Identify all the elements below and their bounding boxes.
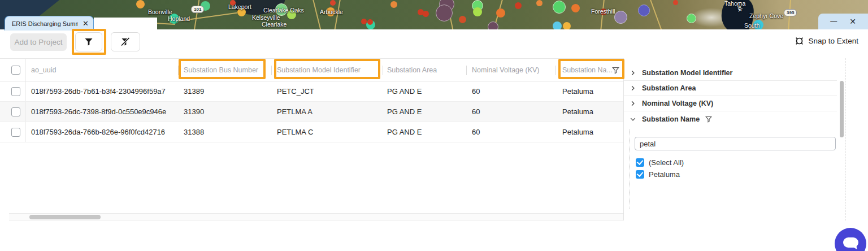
- snap-to-extent-button[interactable]: Snap to Extent: [795, 36, 858, 46]
- map-marker: [436, 5, 453, 21]
- map-road: [193, 0, 200, 29]
- map-place-label: Foresthill: [591, 8, 615, 15]
- column-filter-active-icon[interactable]: [612, 59, 619, 82]
- map-marker: [614, 11, 627, 24]
- column-header-bus-number[interactable]: Substation Bus Number: [184, 59, 258, 82]
- map-marker: [330, 0, 336, 6]
- row-checkbox[interactable]: [11, 107, 20, 116]
- checked-checkbox-icon[interactable]: [636, 158, 644, 167]
- cell-area: PG AND E: [387, 102, 422, 122]
- filter-section-voltage[interactable]: Nominal Voltage (KV): [624, 96, 837, 111]
- column-separator: [25, 102, 26, 122]
- header-separator[interactable]: [178, 66, 179, 75]
- column-separator: [25, 59, 26, 81]
- cell-bus-number: 31388: [184, 122, 204, 142]
- filter-section-label: Substation Area: [642, 84, 696, 92]
- map-place-label: Arbuckle: [320, 8, 343, 15]
- map-place-label: Boonville: [148, 8, 172, 15]
- add-to-project-button[interactable]: Add to Project: [10, 33, 67, 51]
- map-marker: [390, 1, 397, 8]
- cell-model-identifier: PETLMA C: [277, 122, 313, 142]
- map-marker: [687, 14, 696, 23]
- close-icon[interactable]: ✕: [849, 18, 856, 25]
- filter-section-area[interactable]: Substation Area: [624, 81, 837, 96]
- filter-section-name[interactable]: Substation Name: [624, 111, 837, 127]
- map-marker: [638, 5, 650, 16]
- funnel-small-icon: [705, 116, 712, 123]
- row-checkbox[interactable]: [11, 87, 20, 96]
- cell-area: PG AND E: [387, 122, 422, 142]
- filter-option-petaluma[interactable]: Petaluma: [636, 170, 680, 179]
- filter-section-label: Substation Model Identifier: [642, 69, 732, 77]
- map-place-label: Lakeport: [228, 3, 251, 10]
- column-header-area[interactable]: Substation Area: [387, 59, 437, 82]
- column-header-model-identifier[interactable]: Substation Model Identifier: [277, 59, 361, 82]
- filter-option-select-all[interactable]: (Select All): [636, 158, 684, 167]
- map-marker: [563, 22, 571, 29]
- column-header-ao-uuid[interactable]: ao_uuid: [31, 59, 57, 82]
- map-marker: [673, 0, 678, 5]
- app-window: BoonvilleHoplandLakeportKelseyvilleClear…: [0, 0, 868, 251]
- cell-voltage: 60: [472, 102, 480, 122]
- table-panel: Add to Project: [0, 29, 868, 251]
- map-marker: [459, 16, 466, 23]
- column-separator: [25, 122, 26, 142]
- chat-bubble-icon: [843, 237, 858, 248]
- tab-close-icon[interactable]: ✕: [83, 20, 89, 27]
- minimize-icon[interactable]: —: [830, 18, 837, 25]
- header-separator[interactable]: [555, 66, 555, 75]
- funnel-slash-icon: [120, 37, 131, 47]
- table-row[interactable]: 018f7593-26dc-7398-8f9d-0c550e9c946e 313…: [0, 102, 623, 122]
- header-separator[interactable]: [271, 66, 272, 75]
- chevron-right-icon: [630, 100, 636, 107]
- map-place-label: Clearlake: [262, 21, 287, 28]
- clear-filter-button[interactable]: [111, 32, 140, 51]
- column-header-voltage[interactable]: Nominal Voltage (KV): [472, 59, 540, 82]
- table-row[interactable]: 018f7593-26db-7b61-b3f4-2304996f59a7 313…: [0, 81, 623, 102]
- horizontal-scrollbar[interactable]: [9, 213, 623, 220]
- map-marker: [473, 7, 482, 16]
- document-tab-title: ERIS Discharging Summer ...: [12, 20, 78, 27]
- column-header-name[interactable]: Substation Na...: [562, 59, 613, 82]
- highway-shield: 395: [784, 9, 797, 16]
- map-marker: [496, 8, 505, 18]
- cell-voltage: 60: [472, 81, 480, 102]
- chevron-down-icon: [630, 116, 636, 123]
- map-marker: [361, 19, 367, 24]
- map-marker: [553, 1, 566, 14]
- filter-button[interactable]: [75, 32, 102, 51]
- row-checkbox[interactable]: [11, 128, 20, 137]
- highway-shield: 101: [191, 6, 204, 13]
- map-marker: [536, 0, 542, 6]
- cell-ao-uuid: 018f7593-26dc-7398-8f9d-0c550e9c946e: [31, 102, 166, 122]
- select-all-checkbox[interactable]: [11, 66, 20, 75]
- vertical-scrollbar-thumb[interactable]: [840, 81, 844, 137]
- filter-section-model-identifier[interactable]: Substation Model Identifier: [624, 66, 837, 81]
- map-marker: [136, 0, 145, 8]
- snap-to-extent-label: Snap to Extent: [808, 37, 858, 45]
- document-tab[interactable]: ERIS Discharging Summer ... ✕: [5, 16, 94, 31]
- cell-area: PG AND E: [387, 81, 422, 102]
- map-marker: [367, 19, 373, 25]
- header-separator[interactable]: [383, 66, 383, 75]
- filter-search-input[interactable]: [635, 137, 836, 150]
- horizontal-scrollbar-thumb[interactable]: [29, 215, 101, 219]
- cell-model-identifier: PETLMA A: [277, 102, 313, 122]
- panel-resize-border[interactable]: [845, 58, 846, 220]
- column-separator: [25, 81, 26, 101]
- map-place-label: South: [744, 22, 760, 29]
- cell-bus-number: 31389: [184, 81, 204, 102]
- table-row[interactable]: 018f7593-26da-766b-826e-96f0fcd42716 313…: [0, 122, 623, 142]
- funnel-icon: [84, 37, 93, 46]
- map-marker: [571, 4, 580, 12]
- cell-model-identifier: PETC_JCT: [277, 81, 314, 102]
- cell-ao-uuid: 018f7593-26db-7b61-b3f4-2304996f59a7: [31, 81, 166, 102]
- map-marker: [488, 21, 498, 29]
- header-separator[interactable]: [466, 66, 467, 75]
- cell-name: Petaluma: [562, 122, 593, 142]
- checked-checkbox-icon[interactable]: [636, 170, 644, 179]
- map-place-label: Hopland: [168, 15, 190, 22]
- filter-section-label: Substation Name: [642, 115, 700, 123]
- chevron-right-icon: [630, 85, 636, 92]
- cell-ao-uuid: 018f7593-26da-766b-826e-96f0fcd42716: [31, 122, 165, 142]
